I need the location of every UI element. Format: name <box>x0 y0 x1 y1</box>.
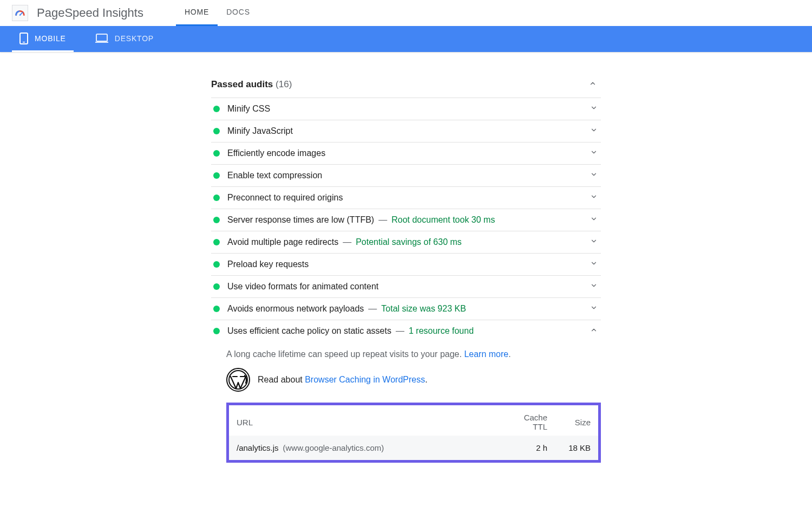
svg-rect-5 <box>95 42 108 43</box>
audit-label: Efficiently encode images <box>227 148 325 158</box>
pass-dot-icon <box>213 239 220 245</box>
chevron-down-icon[interactable] <box>587 171 601 180</box>
device-tab-mobile[interactable]: MOBILE <box>12 26 74 52</box>
audit-label: Minify JavaScript <box>227 126 293 136</box>
audit-row[interactable]: Avoid multiple page redirects — Potentia… <box>211 231 601 254</box>
table-cell-size: 18 KB <box>555 436 598 460</box>
audit-label: Use video formats for animated content <box>227 282 378 291</box>
table-row: /analytics.js(www.google-analytics.com)2… <box>229 436 598 460</box>
pass-dot-icon <box>213 217 220 223</box>
pass-dot-icon <box>213 172 220 179</box>
table-header-size: Size <box>555 405 598 436</box>
device-tab-bar: MOBILE DESKTOP <box>0 26 812 52</box>
pass-dot-icon <box>213 283 220 290</box>
device-tab-desktop-label: DESKTOP <box>115 34 154 43</box>
chevron-down-icon[interactable] <box>587 237 601 247</box>
audit-row[interactable]: Efficiently encode images <box>211 142 601 165</box>
svg-rect-3 <box>23 42 25 43</box>
passed-audits-title: Passed audits (16) <box>211 79 292 90</box>
audit-label: Preconnect to required origins <box>227 193 343 203</box>
audit-row[interactable]: Preconnect to required origins <box>211 187 601 209</box>
chevron-down-icon[interactable] <box>587 104 601 114</box>
audit-meta: Potential savings of 630 ms <box>356 237 462 247</box>
table-cell-url: /analytics.js(www.google-analytics.com) <box>229 436 506 460</box>
audit-label: Enable text compression <box>227 171 322 180</box>
audit-row[interactable]: Avoids enormous network payloads — Total… <box>211 298 601 320</box>
audit-description: A long cache lifetime can speed up repea… <box>226 346 601 366</box>
nav-tab-home[interactable]: HOME <box>176 0 218 26</box>
passed-audits-title-text: Passed audits <box>211 79 273 89</box>
audit-label: Server response times are low (TTFB) <box>227 215 374 225</box>
audit-row[interactable]: Enable text compression <box>211 165 601 187</box>
audit-label: Uses efficient cache policy on static as… <box>227 326 391 336</box>
audit-row[interactable]: Preload key requests <box>211 254 601 276</box>
audit-row[interactable]: Uses efficient cache policy on static as… <box>211 320 601 342</box>
gauge-icon <box>14 7 26 19</box>
chevron-down-icon[interactable] <box>587 260 601 269</box>
learn-more-link[interactable]: Learn more <box>464 349 508 359</box>
audit-label: Avoid multiple page redirects <box>227 237 338 247</box>
chevron-down-icon[interactable] <box>587 215 601 225</box>
pass-dot-icon <box>213 306 220 312</box>
wordpress-icon <box>226 368 250 392</box>
table-header-url: URL <box>229 405 506 436</box>
nav-tabs: HOME DOCS <box>176 0 259 26</box>
audit-label: Minify CSS <box>227 104 270 114</box>
audit-meta: Total size was 923 KB <box>381 304 466 314</box>
nav-tab-docs[interactable]: DOCS <box>218 0 259 26</box>
chevron-down-icon[interactable] <box>587 148 601 158</box>
audit-expanded-body: A long cache lifetime can speed up repea… <box>211 342 601 463</box>
separator: — <box>364 304 381 314</box>
pass-dot-icon <box>213 195 220 201</box>
separator: — <box>391 326 409 336</box>
chevron-up-icon[interactable] <box>585 80 601 89</box>
wordpress-hint: Read about Browser Caching in WordPress. <box>226 366 601 399</box>
pass-dot-icon <box>213 328 220 334</box>
wordpress-doc-link[interactable]: Browser Caching in WordPress <box>305 375 425 384</box>
desktop-icon <box>95 34 108 43</box>
pass-dot-icon <box>213 261 220 268</box>
passed-audits-header[interactable]: Passed audits (16) <box>211 74 601 98</box>
chevron-down-icon[interactable] <box>587 282 601 291</box>
audit-row[interactable]: Minify JavaScript <box>211 120 601 142</box>
audit-meta: Root document took 30 ms <box>391 215 495 225</box>
pass-dot-icon <box>213 106 220 112</box>
chevron-down-icon[interactable] <box>587 304 601 314</box>
chevron-down-icon[interactable] <box>587 126 601 136</box>
audit-label: Preload key requests <box>227 260 309 269</box>
svg-line-1 <box>20 12 23 15</box>
separator: — <box>374 215 391 225</box>
main-column: Passed audits (16) Minify CSSMinify Java… <box>211 74 601 484</box>
top-bar: PageSpeed Insights HOME DOCS <box>0 0 812 26</box>
mobile-icon <box>19 33 28 44</box>
table-cell-ttl: 2 h <box>506 436 555 460</box>
separator: — <box>338 237 356 247</box>
audit-row[interactable]: Use video formats for animated content <box>211 276 601 298</box>
device-tab-mobile-label: MOBILE <box>35 34 66 43</box>
cache-resources-table: URLCacheTTLSize/analytics.js(www.google-… <box>226 403 601 463</box>
audit-row[interactable]: Server response times are low (TTFB) — R… <box>211 209 601 231</box>
chevron-up-icon[interactable] <box>587 326 601 336</box>
audit-label: Avoids enormous network payloads <box>227 304 364 314</box>
chevron-down-icon[interactable] <box>587 193 601 203</box>
passed-audits-count: (16) <box>276 79 292 89</box>
wordpress-hint-text: Read about Browser Caching in WordPress. <box>258 375 428 385</box>
app-title: PageSpeed Insights <box>37 6 143 20</box>
svg-rect-4 <box>96 34 107 41</box>
audit-meta: 1 resource found <box>409 326 474 336</box>
audit-list: Minify CSSMinify JavaScriptEfficiently e… <box>211 98 601 463</box>
audit-row[interactable]: Minify CSS <box>211 98 601 120</box>
device-tab-desktop[interactable]: DESKTOP <box>88 26 161 52</box>
psi-logo <box>12 5 28 21</box>
pass-dot-icon <box>213 128 220 134</box>
table-header-cache-ttl: CacheTTL <box>506 405 555 436</box>
pass-dot-icon <box>213 150 220 157</box>
